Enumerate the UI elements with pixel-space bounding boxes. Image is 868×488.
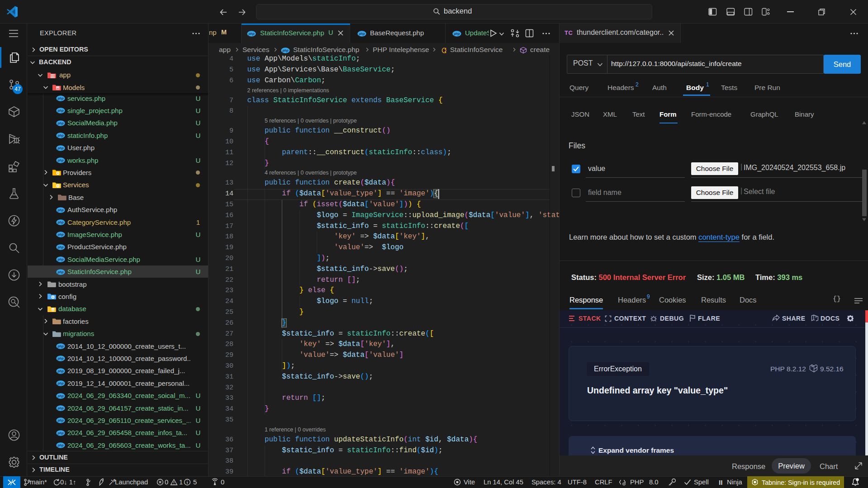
svg-text:php: php	[57, 121, 64, 125]
svg-text:php: php	[57, 158, 64, 162]
svg-text:php: php	[57, 406, 64, 410]
svg-text:php: php	[57, 208, 64, 212]
svg-text:php: php	[57, 220, 64, 224]
svg-text:php: php	[57, 109, 64, 113]
svg-text:php: php	[57, 369, 64, 373]
svg-text:php: php	[57, 431, 64, 435]
svg-text:php: php	[57, 344, 64, 348]
svg-text:php: php	[248, 32, 255, 36]
svg-text:php: php	[57, 96, 64, 100]
svg-text:php: php	[57, 419, 64, 423]
svg-text:php: php	[282, 48, 289, 52]
svg-text:php: php	[57, 443, 64, 447]
svg-text:php: php	[57, 270, 64, 274]
svg-text:php: php	[57, 394, 64, 398]
svg-text:php: php	[57, 381, 64, 385]
svg-text:php: php	[57, 146, 64, 150]
svg-text:php: php	[453, 32, 460, 36]
svg-text:php: php	[358, 32, 365, 36]
svg-text:php: php	[57, 233, 64, 237]
svg-text:php: php	[57, 257, 64, 261]
svg-text:php: php	[57, 133, 64, 137]
svg-text:php: php	[57, 245, 64, 249]
svg-text:php: php	[57, 357, 64, 361]
